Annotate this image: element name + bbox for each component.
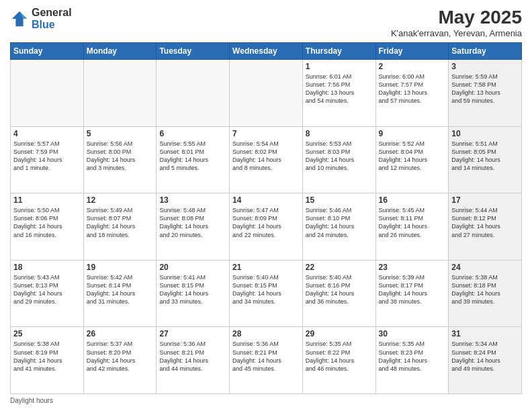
day-number: 19 [87, 263, 154, 272]
calendar-day-header: Thursday [302, 43, 375, 60]
day-number: 29 [306, 329, 373, 338]
calendar-week-row: 1Sunrise: 6:01 AM Sunset: 7:56 PM Daylig… [11, 60, 522, 127]
logo-icon [10, 9, 29, 28]
day-number: 23 [379, 263, 446, 272]
table-row: 7Sunrise: 5:54 AM Sunset: 8:02 PM Daylig… [230, 126, 303, 193]
day-info: Sunrise: 5:50 AM Sunset: 8:06 PM Dayligh… [13, 206, 81, 239]
calendar-day-header: Monday [83, 43, 157, 60]
day-number: 2 [379, 62, 446, 71]
day-info: Sunrise: 5:42 AM Sunset: 8:14 PM Dayligh… [87, 273, 154, 306]
day-number: 24 [451, 263, 519, 272]
day-number: 14 [232, 195, 300, 205]
table-row: 15Sunrise: 5:46 AM Sunset: 8:10 PM Dayli… [302, 193, 375, 261]
table-row [157, 60, 230, 127]
table-row: 17Sunrise: 5:44 AM Sunset: 8:12 PM Dayli… [449, 193, 522, 261]
table-row [83, 60, 157, 127]
table-row: 3Sunrise: 5:59 AM Sunset: 7:58 PM Daylig… [449, 60, 522, 127]
day-info: Sunrise: 5:52 AM Sunset: 8:04 PM Dayligh… [379, 140, 446, 173]
calendar-title: May 2025 [391, 7, 522, 28]
day-info: Sunrise: 5:35 AM Sunset: 8:23 PM Dayligh… [379, 340, 446, 373]
day-info: Sunrise: 5:35 AM Sunset: 8:22 PM Dayligh… [306, 340, 373, 373]
table-row: 9Sunrise: 5:52 AM Sunset: 8:04 PM Daylig… [375, 126, 449, 193]
logo-general-text: General [32, 7, 72, 19]
day-info: Sunrise: 6:00 AM Sunset: 7:57 PM Dayligh… [379, 73, 446, 105]
table-row: 21Sunrise: 5:40 AM Sunset: 8:15 PM Dayli… [230, 260, 303, 327]
day-info: Sunrise: 5:36 AM Sunset: 8:21 PM Dayligh… [232, 340, 300, 373]
day-number: 8 [306, 129, 373, 138]
day-info: Sunrise: 5:47 AM Sunset: 8:09 PM Dayligh… [232, 206, 300, 239]
day-number: 17 [451, 195, 519, 205]
day-number: 13 [159, 195, 226, 205]
day-number: 31 [451, 329, 519, 338]
calendar-day-header: Tuesday [157, 43, 230, 60]
day-info: Sunrise: 5:45 AM Sunset: 8:11 PM Dayligh… [379, 206, 446, 239]
table-row: 23Sunrise: 5:39 AM Sunset: 8:17 PM Dayli… [375, 260, 449, 327]
day-number: 28 [232, 329, 300, 338]
table-row: 22Sunrise: 5:40 AM Sunset: 8:16 PM Dayli… [302, 260, 375, 327]
table-row: 11Sunrise: 5:50 AM Sunset: 8:06 PM Dayli… [11, 193, 84, 261]
day-number: 21 [232, 263, 300, 272]
day-info: Sunrise: 5:38 AM Sunset: 8:19 PM Dayligh… [13, 340, 81, 373]
table-row: 6Sunrise: 5:55 AM Sunset: 8:01 PM Daylig… [157, 126, 230, 193]
day-info: Sunrise: 5:40 AM Sunset: 8:15 PM Dayligh… [232, 273, 300, 306]
day-number: 12 [87, 195, 154, 205]
day-number: 25 [13, 329, 81, 338]
day-number: 27 [159, 329, 226, 338]
table-row: 27Sunrise: 5:36 AM Sunset: 8:21 PM Dayli… [157, 327, 230, 394]
day-number: 3 [451, 62, 519, 71]
table-row: 2Sunrise: 6:00 AM Sunset: 7:57 PM Daylig… [375, 60, 449, 127]
day-number: 9 [379, 129, 446, 138]
day-info: Sunrise: 5:56 AM Sunset: 8:00 PM Dayligh… [87, 140, 154, 173]
calendar-day-header: Friday [375, 43, 449, 60]
table-row: 20Sunrise: 5:41 AM Sunset: 8:15 PM Dayli… [157, 260, 230, 327]
table-row: 26Sunrise: 5:37 AM Sunset: 8:20 PM Dayli… [83, 327, 157, 394]
day-number: 6 [159, 129, 226, 138]
table-row: 19Sunrise: 5:42 AM Sunset: 8:14 PM Dayli… [83, 260, 157, 327]
day-info: Sunrise: 6:01 AM Sunset: 7:56 PM Dayligh… [306, 73, 373, 105]
day-number: 4 [13, 129, 81, 138]
table-row: 8Sunrise: 5:53 AM Sunset: 8:03 PM Daylig… [302, 126, 375, 193]
day-info: Sunrise: 5:55 AM Sunset: 8:01 PM Dayligh… [159, 140, 226, 173]
table-row: 31Sunrise: 5:34 AM Sunset: 8:24 PM Dayli… [449, 327, 522, 394]
calendar-day-header: Saturday [449, 43, 522, 60]
table-row: 29Sunrise: 5:35 AM Sunset: 8:22 PM Dayli… [302, 327, 375, 394]
calendar-header-row: SundayMondayTuesdayWednesdayThursdayFrid… [11, 43, 522, 60]
table-row: 28Sunrise: 5:36 AM Sunset: 8:21 PM Dayli… [230, 327, 303, 394]
table-row: 12Sunrise: 5:49 AM Sunset: 8:07 PM Dayli… [83, 193, 157, 261]
logo: General Blue [10, 7, 72, 30]
day-number: 10 [451, 129, 519, 138]
calendar-week-row: 18Sunrise: 5:43 AM Sunset: 8:13 PM Dayli… [11, 260, 522, 327]
day-info: Sunrise: 5:54 AM Sunset: 8:02 PM Dayligh… [232, 140, 300, 173]
title-block: May 2025 K'anak'erravan, Yerevan, Armeni… [391, 7, 522, 38]
day-number: 11 [13, 195, 81, 205]
table-row: 1Sunrise: 6:01 AM Sunset: 7:56 PM Daylig… [302, 60, 375, 127]
table-row: 4Sunrise: 5:57 AM Sunset: 7:59 PM Daylig… [11, 126, 84, 193]
calendar-table: SundayMondayTuesdayWednesdayThursdayFrid… [10, 42, 522, 394]
table-row: 13Sunrise: 5:48 AM Sunset: 8:08 PM Dayli… [157, 193, 230, 261]
day-number: 30 [379, 329, 446, 338]
table-row: 5Sunrise: 5:56 AM Sunset: 8:00 PM Daylig… [83, 126, 157, 193]
day-info: Sunrise: 5:46 AM Sunset: 8:10 PM Dayligh… [306, 206, 373, 239]
day-number: 22 [306, 263, 373, 272]
table-row: 25Sunrise: 5:38 AM Sunset: 8:19 PM Dayli… [11, 327, 84, 394]
header: General Blue May 2025 K'anak'erravan, Ye… [10, 7, 522, 38]
day-number: 26 [87, 329, 154, 338]
table-row [230, 60, 303, 127]
day-info: Sunrise: 5:48 AM Sunset: 8:08 PM Dayligh… [159, 206, 226, 239]
day-info: Sunrise: 5:39 AM Sunset: 8:17 PM Dayligh… [379, 273, 446, 306]
calendar-week-row: 11Sunrise: 5:50 AM Sunset: 8:06 PM Dayli… [11, 193, 522, 261]
calendar-week-row: 25Sunrise: 5:38 AM Sunset: 8:19 PM Dayli… [11, 327, 522, 394]
table-row: 16Sunrise: 5:45 AM Sunset: 8:11 PM Dayli… [375, 193, 449, 261]
day-info: Sunrise: 5:43 AM Sunset: 8:13 PM Dayligh… [13, 273, 81, 306]
day-info: Sunrise: 5:37 AM Sunset: 8:20 PM Dayligh… [87, 340, 154, 373]
day-info: Sunrise: 5:44 AM Sunset: 8:12 PM Dayligh… [451, 206, 519, 239]
table-row: 10Sunrise: 5:51 AM Sunset: 8:05 PM Dayli… [449, 126, 522, 193]
table-row: 14Sunrise: 5:47 AM Sunset: 8:09 PM Dayli… [230, 193, 303, 261]
day-info: Sunrise: 5:34 AM Sunset: 8:24 PM Dayligh… [451, 340, 519, 373]
day-number: 20 [159, 263, 226, 272]
day-number: 1 [306, 62, 373, 71]
page: General Blue May 2025 K'anak'erravan, Ye… [0, 0, 532, 411]
day-info: Sunrise: 5:38 AM Sunset: 8:18 PM Dayligh… [451, 273, 519, 306]
table-row [11, 60, 84, 127]
calendar-day-header: Wednesday [230, 43, 303, 60]
